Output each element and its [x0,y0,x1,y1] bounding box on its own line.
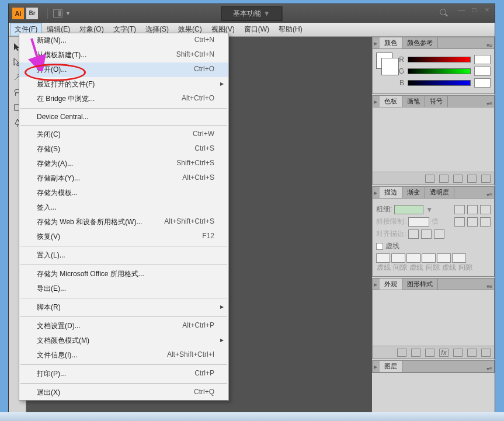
tab-brushes[interactable]: 画笔 [402,96,425,107]
menu-item[interactable]: 从模板新建(T)...Shift+Ctrl+N [19,48,228,62]
menu-item[interactable]: 最近打开的文件(F) [19,77,228,92]
bridge-logo[interactable]: Br [26,8,38,19]
color-panel: ▸ 颜色 颜色参考 ▾≡ R G B [372,37,495,94]
minimize-button[interactable]: — [457,6,465,14]
align-center[interactable] [408,229,419,239]
menu-item[interactable]: 存储为(A)...Shift+Ctrl+S [19,156,228,171]
search-icon[interactable] [440,9,448,17]
cap-round[interactable] [467,205,478,214]
gap-3[interactable] [452,253,466,263]
join-bevel[interactable] [480,217,491,227]
slider-r[interactable] [408,57,471,62]
tab-layers[interactable]: 图层 [380,361,402,372]
menu-item[interactable]: 退出(X)Ctrl+Q [19,385,228,400]
trash-icon[interactable] [481,349,491,357]
new-art-icon[interactable] [397,349,406,357]
menu-window[interactable]: 窗口(W) [239,23,274,36]
dup-icon[interactable] [467,349,477,357]
stroke-panel: ▸ 描边 渐变 透明度 ▾≡ 粗细:▼ 斜接限制:倍 对齐描边: 虚线 [372,186,495,277]
titlebar: Ai Br ▼ 基本功能 ▼ — □ × [9,4,495,23]
menu-item[interactable]: 关闭(C)Ctrl+W [19,127,228,142]
menu-item[interactable]: 文件信息(I)...Alt+Shift+Ctrl+I [19,348,228,363]
tab-symbols[interactable]: 符号 [425,96,448,107]
menu-item[interactable]: 打开(O)...Ctrl+O [19,62,228,77]
swatch-library-icon[interactable] [425,175,435,183]
menu-item[interactable]: 打印(P)...Ctrl+P [19,367,228,381]
swatches-panel: ▸ 色板 画笔 符号 ▾≡ [372,95,495,185]
menu-item[interactable]: 置入(L)... [19,248,228,263]
tab-transparency[interactable]: 透明度 [425,187,454,198]
new-swatch-icon[interactable] [467,175,477,183]
menu-help[interactable]: 帮助(H) [274,23,307,36]
tab-graphic-styles[interactable]: 图形样式 [402,279,438,290]
layers-panel: ▸ 图层 ▾≡ [372,360,495,373]
menu-item[interactable]: 新建(N)...Ctrl+N [19,33,228,48]
layout-icon[interactable] [53,9,62,18]
tab-appearance[interactable]: 外观 [380,279,402,290]
value-r[interactable] [474,55,491,64]
tab-color[interactable]: 颜色 [380,37,402,48]
menu-item[interactable]: 存储副本(Y)...Alt+Ctrl+S [19,171,228,186]
stroke-weight-input[interactable] [394,205,423,214]
menu-item[interactable]: 存储为 Web 和设备所用格式(W)...Alt+Shift+Ctrl+S [19,215,228,229]
slider-b[interactable] [408,80,471,86]
file-dropdown-menu: 新建(N)...Ctrl+N从模板新建(T)...Shift+Ctrl+N打开(… [19,33,229,401]
new-group-icon[interactable] [453,175,463,183]
layout-dropdown-icon[interactable]: ▼ [65,11,71,16]
gap-1[interactable] [391,253,405,263]
menu-item[interactable]: 脚本(R) [19,300,228,315]
close-button[interactable]: × [483,6,491,14]
panels-column: ▸ 颜色 颜色参考 ▾≡ R G B [372,37,495,413]
value-b[interactable] [474,78,491,88]
align-inside[interactable] [421,229,432,239]
menu-item[interactable]: 文档颜色模式(M) [19,333,228,348]
delete-swatch-icon[interactable] [481,175,491,183]
taskbar [0,412,504,421]
menu-item[interactable]: 存储为模板... [19,186,228,200]
menu-item[interactable]: Device Central... [19,110,228,123]
menu-item[interactable]: 存储为 Microsoft Office 所用格式... [19,267,228,281]
appearance-panel: ▸ 外观 图形样式 ▾≡ fx [372,278,495,359]
tab-stroke[interactable]: 描边 [380,187,402,198]
menu-item[interactable]: 文档设置(D)...Alt+Ctrl+P [19,319,228,333]
cap-square[interactable] [480,205,491,214]
clear-icon[interactable] [453,349,463,357]
join-miter[interactable] [454,217,465,227]
dash-3[interactable] [437,253,451,263]
menu-item[interactable]: 签入... [19,200,228,215]
menu-item[interactable]: 存储(S)Ctrl+S [19,142,228,156]
gap-2[interactable] [422,253,436,263]
menu-item[interactable]: 导出(E)... [19,281,228,296]
add-stroke-icon[interactable] [411,349,420,357]
fill-stroke-swatch[interactable] [376,53,392,69]
dash-checkbox[interactable] [376,243,383,250]
tab-color-guide[interactable]: 颜色参考 [402,37,438,48]
add-fill-icon[interactable] [425,349,435,357]
dash-1[interactable] [376,253,390,263]
add-effect-icon[interactable]: fx [439,349,449,357]
panel-collapse-icon[interactable]: ▸ [373,38,380,48]
cap-butt[interactable] [454,205,465,214]
tab-gradient[interactable]: 渐变 [402,187,425,198]
ai-logo: Ai [12,8,24,19]
menu-item[interactable]: 恢复(V)F12 [19,229,228,244]
panel-menu-icon[interactable]: ▾≡ [485,42,494,48]
tab-swatches[interactable]: 色板 [380,96,402,107]
join-round[interactable] [467,217,478,227]
miter-input[interactable] [408,217,429,227]
menu-item[interactable]: 在 Bridge 中浏览...Alt+Ctrl+O [19,92,228,106]
maximize-button[interactable]: □ [470,6,478,14]
slider-g[interactable] [408,68,471,74]
swatch-options-icon[interactable] [439,175,449,183]
dash-2[interactable] [406,253,420,263]
align-outside[interactable] [434,229,444,239]
workspace-mode[interactable]: 基本功能 ▼ [221,6,282,21]
value-g[interactable] [474,67,491,76]
